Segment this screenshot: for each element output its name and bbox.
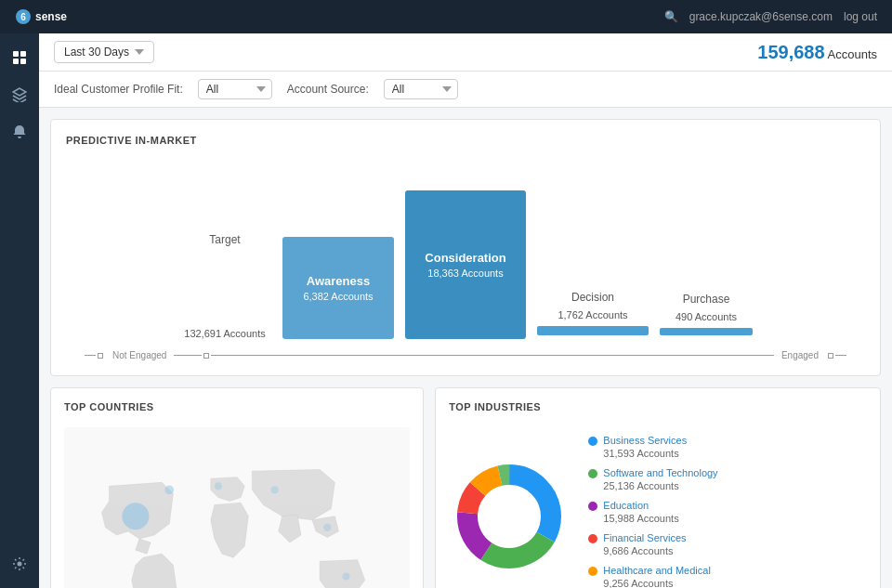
source-select[interactable]: All bbox=[384, 79, 458, 99]
search-icon[interactable]: 🔍 bbox=[664, 10, 678, 23]
industries-legend: Business Services 31,593 Accounts Softwa… bbox=[588, 435, 717, 588]
header-bar: Last 30 Days 159,688 Accounts bbox=[39, 33, 892, 72]
sidebar-icon-settings[interactable] bbox=[3, 547, 36, 581]
funnel-stage-purchase: Purchase 490 Accounts bbox=[660, 293, 753, 335]
countries-title: TOP COUNTRIES bbox=[64, 401, 410, 412]
legend-count-fin: 9,686 Accounts bbox=[603, 545, 673, 556]
accounts-label: Accounts bbox=[828, 47, 877, 61]
engaged-label: Engaged bbox=[774, 350, 826, 360]
legend-count-edu: 15,988 Accounts bbox=[603, 513, 678, 524]
awareness-bar-label: Awareness bbox=[307, 274, 370, 288]
predictive-title: PREDICTIVE IN-MARKET bbox=[66, 135, 865, 146]
funnel-stage-awareness: Awareness 6,382 Accounts bbox=[282, 237, 394, 339]
legend-software: Software and Technology 25,136 Accounts bbox=[588, 467, 717, 492]
legend-link-sw[interactable]: Software and Technology bbox=[603, 467, 717, 478]
purchase-count: 490 Accounts bbox=[676, 311, 737, 322]
legend-link-hc[interactable]: Healthcare and Medical bbox=[603, 565, 711, 576]
legend-count-sw: 25,136 Accounts bbox=[603, 480, 678, 491]
awareness-bar-count: 6,382 Accounts bbox=[303, 291, 373, 302]
svg-text:6: 6 bbox=[20, 12, 26, 22]
legend-link-bs[interactable]: Business Services bbox=[603, 435, 687, 446]
svg-text:sense: sense bbox=[35, 10, 67, 23]
consideration-bar-label: Consideration bbox=[425, 251, 505, 265]
top-nav-right: 🔍 grace.kupczak@6sense.com log out bbox=[664, 10, 877, 23]
sidebar-icon-layers[interactable] bbox=[3, 78, 36, 111]
filter-bar: Ideal Customer Profile Fit: All Account … bbox=[39, 72, 892, 108]
not-engaged-label: Not Engaged bbox=[105, 350, 174, 360]
svg-rect-3 bbox=[13, 51, 19, 57]
accounts-total-display: 159,688 Accounts bbox=[757, 42, 877, 63]
sidebar bbox=[0, 33, 39, 588]
world-map: + − bbox=[64, 427, 410, 588]
target-label: Target bbox=[209, 233, 240, 246]
funnel-stage-decision: Decision 1,762 Accounts bbox=[537, 291, 649, 335]
sidebar-icon-grid[interactable] bbox=[3, 41, 36, 74]
legend-healthcare: Healthcare and Medical 9,256 Accounts bbox=[588, 565, 717, 588]
svg-point-7 bbox=[18, 562, 22, 567]
icp-label: Ideal Customer Profile Fit: bbox=[54, 83, 183, 96]
donut-chart bbox=[449, 456, 570, 577]
svg-rect-4 bbox=[20, 51, 26, 57]
logo: 6 sense bbox=[15, 8, 80, 25]
legend-dot-fin bbox=[588, 534, 597, 543]
top-industries-panel: TOP INDUSTRIES bbox=[435, 387, 881, 588]
legend-dot-hc bbox=[588, 567, 597, 576]
predictive-section: PREDICTIVE IN-MARKET Target 132,691 Acco… bbox=[50, 119, 881, 376]
svg-point-13 bbox=[342, 572, 349, 580]
consideration-bar-count: 18,363 Accounts bbox=[427, 268, 503, 279]
legend-count-bs: 31,593 Accounts bbox=[603, 448, 678, 459]
source-label: Account Source: bbox=[287, 83, 369, 96]
user-email: grace.kupczak@6sense.com bbox=[689, 10, 833, 23]
main-content: Last 30 Days 159,688 Accounts Ideal Cust… bbox=[39, 33, 892, 588]
top-navigation: 6 sense 🔍 grace.kupczak@6sense.com log o… bbox=[0, 0, 892, 33]
svg-rect-5 bbox=[13, 59, 19, 64]
funnel-stage-target: Target 132,691 Accounts bbox=[178, 233, 271, 339]
svg-point-10 bbox=[215, 482, 222, 490]
legend-financial: Financial Services 9,686 Accounts bbox=[588, 532, 717, 557]
donut-section: Business Services 31,593 Accounts Softwa… bbox=[449, 427, 867, 588]
legend-count-hc: 9,256 Accounts bbox=[603, 578, 673, 588]
svg-point-8 bbox=[122, 503, 149, 529]
icp-select[interactable]: All bbox=[198, 79, 272, 99]
svg-rect-6 bbox=[20, 59, 26, 64]
legend-link-edu[interactable]: Education bbox=[603, 500, 678, 511]
legend-dot-edu bbox=[588, 502, 597, 511]
accounts-count: 159,688 bbox=[757, 42, 824, 62]
legend-dot-bs bbox=[588, 437, 597, 446]
svg-point-9 bbox=[164, 486, 174, 495]
legend-education: Education 15,988 Accounts bbox=[588, 500, 717, 525]
legend-business-services: Business Services 31,593 Accounts bbox=[588, 435, 717, 460]
svg-point-20 bbox=[479, 486, 540, 547]
svg-point-11 bbox=[271, 486, 279, 493]
top-countries-panel: TOP COUNTRIES bbox=[50, 387, 424, 588]
bottom-panels: TOP COUNTRIES bbox=[39, 387, 892, 588]
date-picker-label: Last 30 Days bbox=[64, 46, 129, 59]
svg-point-12 bbox=[323, 524, 331, 531]
industries-title: TOP INDUSTRIES bbox=[449, 401, 867, 412]
decision-count: 1,762 Accounts bbox=[558, 309, 627, 320]
date-picker[interactable]: Last 30 Days bbox=[54, 41, 154, 63]
engagement-line: Not Engaged Engaged bbox=[66, 346, 865, 360]
decision-label: Decision bbox=[571, 291, 614, 304]
legend-dot-sw bbox=[588, 469, 597, 478]
sidebar-icon-bell[interactable] bbox=[3, 115, 36, 149]
legend-link-fin[interactable]: Financial Services bbox=[603, 532, 686, 543]
purchase-label: Purchase bbox=[683, 293, 730, 306]
target-count: 132,691 Accounts bbox=[184, 328, 265, 339]
logout-link[interactable]: log out bbox=[844, 10, 877, 23]
funnel-stage-consideration: Consideration 18,363 Accounts bbox=[405, 190, 526, 339]
